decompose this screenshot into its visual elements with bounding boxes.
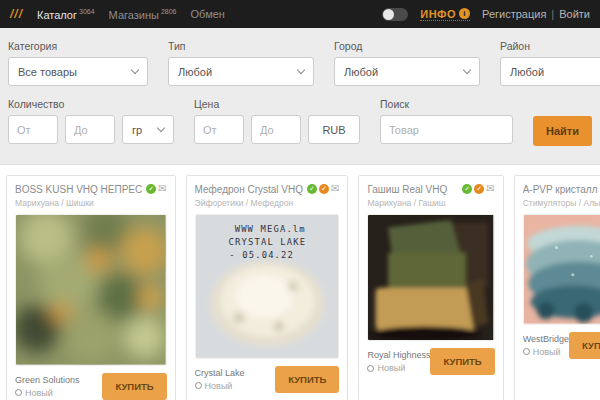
status-dot-icon <box>367 365 374 372</box>
category-select[interactable]: Все товары <box>8 57 148 86</box>
image-handwriting-line2: CRYSTAL LAKE <box>228 237 306 247</box>
product-category: Эйфоретики / Мефедрон <box>195 198 340 208</box>
quantity-label: Количество <box>8 98 174 110</box>
nav-item-catalog[interactable]: Каталог3064 <box>37 8 95 21</box>
city-select[interactable]: Любой <box>334 57 480 86</box>
filter-row-1: Категория Все товары Тип Любой Город Люб… <box>8 40 592 86</box>
search-input[interactable] <box>380 115 513 144</box>
product-image[interactable] <box>15 214 167 366</box>
product-title[interactable]: Гашиш Real VHQ <box>367 184 447 195</box>
nav-right-group: ИНФОi Регистрация | Войти <box>382 8 590 21</box>
premium-check-icon: ✓ <box>319 184 329 194</box>
badge-group: ✓ ✓ ✉ <box>307 184 339 194</box>
type-select[interactable]: Любой <box>168 57 314 86</box>
nav-item-shops[interactable]: Магазины2806 <box>109 8 177 21</box>
login-link[interactable]: Войти <box>559 8 590 20</box>
vendor-block: Green Solutions Новый <box>15 375 80 398</box>
filter-quantity: Количество гр <box>8 98 174 146</box>
chevron-down-icon <box>463 66 471 74</box>
product-image[interactable] <box>523 214 600 325</box>
price-label: Цена <box>194 98 360 110</box>
register-link[interactable]: Регистрация <box>482 8 546 20</box>
product-card: Гашиш Real VHQ ✓ ✓ ✉ Марихуана / Гашиш <box>358 175 503 400</box>
product-title[interactable]: A-PVP кристалл <box>523 184 598 195</box>
theme-toggle[interactable] <box>382 8 408 21</box>
quantity-from-input[interactable] <box>8 115 58 144</box>
buy-button[interactable]: КУПИТЬ <box>102 373 166 400</box>
message-envelope-icon[interactable]: ✉ <box>158 184 166 194</box>
filter-city: Город Любой <box>334 40 480 86</box>
vendor-status: Новый <box>367 363 430 373</box>
badge-group: ✓ ✉ <box>146 184 166 194</box>
price-to-input[interactable] <box>251 115 301 144</box>
filter-panel: Категория Все товары Тип Любой Город Люб… <box>0 28 600 165</box>
vendor-block: WestBridge Новый <box>523 334 569 357</box>
filter-price: Цена RUB <box>194 98 360 146</box>
status-label: Новый <box>533 347 561 357</box>
vendor-link[interactable]: Royal Highness <box>367 350 430 360</box>
status-dot-icon <box>15 389 22 396</box>
filter-row-2: Количество гр Цена RUB Поиск Найти <box>8 98 592 146</box>
brand-logo[interactable]: /// <box>10 7 23 21</box>
product-grid: BOSS KUSH VHQ НЕПРЕС ✓ ✉ Марихуана / Шиш… <box>0 165 600 400</box>
vendor-block: Crystal Lake Новый <box>195 368 245 391</box>
product-title[interactable]: Мефедрон Crystal VHQ <box>195 184 303 195</box>
filter-type: Тип Любой <box>168 40 314 86</box>
vendor-link[interactable]: Green Solutions <box>15 375 80 385</box>
district-select[interactable]: Любой <box>500 57 600 86</box>
status-dot-icon <box>195 382 202 389</box>
filter-district: Район Любой <box>500 40 600 86</box>
chevron-down-icon <box>297 66 305 74</box>
district-value: Любой <box>510 66 544 78</box>
product-image[interactable] <box>367 214 494 341</box>
auth-links: Регистрация | Войти <box>482 8 590 20</box>
buy-button[interactable]: КУПИТЬ <box>430 348 494 375</box>
nav-exchange-label: Обмен <box>191 8 225 20</box>
vendor-status: Новый <box>15 388 80 398</box>
premium-check-icon: ✓ <box>474 184 484 194</box>
status-label: Новый <box>377 363 405 373</box>
quantity-to-input[interactable] <box>65 115 115 144</box>
top-nav: /// Каталог3064 Магазины2806 Обмен ИНФОi… <box>0 0 600 28</box>
buy-button[interactable]: КУПИТЬ <box>275 366 339 393</box>
search-label: Поиск <box>380 98 513 110</box>
nav-item-exchange[interactable]: Обмен <box>191 8 225 20</box>
badge-group: ✓ ✓ ✉ <box>462 184 494 194</box>
chevron-down-icon <box>131 66 139 74</box>
image-handwriting-line1: WWW MEGA.lm <box>234 224 305 234</box>
chevron-down-icon <box>157 124 165 132</box>
city-value: Любой <box>344 66 378 78</box>
quantity-unit-select[interactable]: гр <box>122 115 174 144</box>
quantity-inputs: гр <box>8 115 174 144</box>
vendor-block: Royal Highness Новый <box>367 350 430 373</box>
type-value: Любой <box>178 66 212 78</box>
verified-check-icon: ✓ <box>462 184 472 194</box>
info-link[interactable]: ИНФОi <box>420 8 470 21</box>
verified-check-icon: ✓ <box>146 184 156 194</box>
price-from-input[interactable] <box>194 115 244 144</box>
nav-shops-label: Магазины <box>109 8 159 20</box>
message-envelope-icon[interactable]: ✉ <box>486 184 494 194</box>
quantity-unit-value: гр <box>132 124 142 136</box>
vendor-link[interactable]: WestBridge <box>523 334 569 344</box>
nav-catalog-label: Каталог <box>37 8 77 20</box>
product-image[interactable]: WWW MEGA.lm CRYSTAL LAKE - 05.04.22 <box>195 214 340 359</box>
product-category: Марихуана / Шишки <box>15 198 167 208</box>
type-label: Тип <box>168 40 314 52</box>
product-title[interactable]: BOSS KUSH VHQ НЕПРЕС <box>15 184 142 195</box>
message-envelope-icon[interactable]: ✉ <box>331 184 339 194</box>
price-inputs: RUB <box>194 115 360 144</box>
product-category: Марихуана / Гашиш <box>367 198 494 208</box>
status-label: Новый <box>25 388 53 398</box>
info-label: ИНФО <box>420 8 456 20</box>
buy-button[interactable]: КУПИТЬ <box>569 332 600 359</box>
product-card: BOSS KUSH VHQ НЕПРЕС ✓ ✉ Марихуана / Шиш… <box>6 175 176 400</box>
product-card: A-PVP кристалл ✓ ✉ Стимуляторы / Альфа <box>514 175 600 400</box>
nav-shops-count: 2806 <box>161 8 177 15</box>
find-button[interactable]: Найти <box>533 116 592 146</box>
product-category: Стимуляторы / Альфа <box>523 198 600 208</box>
filter-search: Поиск <box>380 98 513 146</box>
price-currency-select[interactable]: RUB <box>308 115 360 144</box>
vendor-link[interactable]: Crystal Lake <box>195 368 245 378</box>
status-label: Новый <box>205 381 233 391</box>
